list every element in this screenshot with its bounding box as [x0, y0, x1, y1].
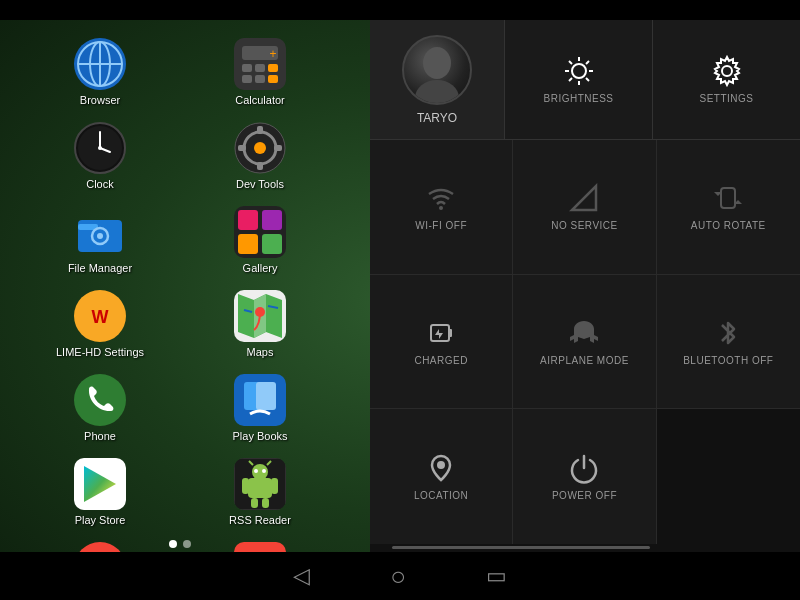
app-maps[interactable]: Maps [180, 282, 340, 366]
svg-point-22 [254, 142, 266, 154]
svg-line-78 [569, 78, 572, 81]
svg-point-57 [254, 469, 258, 473]
signal-icon [568, 182, 600, 214]
limehd-label: LIME-HD Settings [56, 346, 144, 358]
bluetooth-tile[interactable]: BLUETOOTH OFF [657, 275, 800, 410]
profile-cell[interactable]: TARYO [370, 20, 505, 139]
svg-rect-56 [262, 498, 269, 508]
brightness-label: BRIGHTNESS [543, 93, 613, 104]
svg-rect-9 [242, 64, 252, 72]
svg-point-30 [97, 233, 103, 239]
app-limehd[interactable]: W LIME-HD Settings [20, 282, 180, 366]
clock-icon [74, 122, 126, 174]
app-grid: Browser + − Calculator [0, 20, 360, 552]
app-gallery[interactable]: Gallery [180, 198, 340, 282]
autorotate-label: AUTO ROTATE [691, 220, 766, 231]
scroll-area [370, 544, 800, 552]
location-label: LOCATION [414, 490, 468, 501]
browser-icon [74, 38, 126, 90]
svg-point-79 [722, 66, 732, 76]
wifi-tile[interactable]: WI-FI OFF [370, 140, 513, 275]
battery-icon [425, 317, 457, 349]
devtools-icon [234, 122, 286, 174]
settings-tile-top[interactable]: SETTINGS [653, 20, 800, 139]
svg-rect-13 [255, 75, 265, 83]
rssreader-icon [234, 458, 286, 510]
poweroff-tile[interactable]: POWER OFF [513, 409, 656, 544]
charged-tile[interactable]: CHARGED [370, 275, 513, 410]
svg-rect-23 [257, 126, 263, 134]
phone-label: Phone [84, 430, 116, 442]
svg-point-70 [572, 64, 586, 78]
location-tile[interactable]: LOCATION [370, 409, 513, 544]
svg-rect-35 [262, 234, 282, 254]
app-clock[interactable]: Clock [20, 114, 180, 198]
profile-name: TARYO [417, 111, 457, 125]
app-calculator[interactable]: + − Calculator [180, 30, 340, 114]
back-button[interactable]: ◁ [293, 563, 310, 589]
svg-point-44 [74, 374, 126, 426]
rssreader-label: RSS Reader [229, 514, 291, 526]
bluetooth-icon [712, 317, 744, 349]
app-rssreader[interactable]: RSS Reader [180, 450, 340, 534]
gallery-label: Gallery [243, 262, 278, 274]
maps-label: Maps [247, 346, 274, 358]
settings-icon [711, 55, 743, 87]
svg-line-75 [569, 61, 572, 64]
playstore-label: Play Store [75, 514, 126, 526]
autorotate-tile[interactable]: AUTO ROTATE [657, 140, 800, 275]
airplane-tile[interactable]: AIRPLANE MODE [513, 275, 656, 410]
page-dot-1 [169, 540, 177, 548]
calculator-label: Calculator [235, 94, 285, 106]
svg-rect-55 [251, 498, 258, 508]
wifi-label: WI-FI OFF [415, 220, 467, 231]
recents-button[interactable]: ▭ [486, 563, 507, 589]
bluetooth-label: BLUETOOTH OFF [683, 355, 773, 366]
profile-avatar [402, 35, 472, 105]
noservice-tile[interactable]: NO SERVICE [513, 140, 656, 275]
charged-label: CHARGED [414, 355, 468, 366]
settings-label: SETTINGS [699, 93, 753, 104]
svg-rect-14 [268, 75, 278, 83]
filemanager-icon [74, 206, 126, 258]
svg-line-77 [586, 61, 589, 64]
poweroff-label: POWER OFF [552, 490, 617, 501]
svg-rect-84 [449, 329, 452, 337]
brightness-tile-top[interactable]: BRIGHTNESS [505, 20, 653, 139]
app-playstore[interactable]: Play Store [20, 450, 180, 534]
svg-rect-10 [255, 64, 265, 72]
wifi-icon [425, 182, 457, 214]
page-dots [0, 540, 360, 548]
playbooks-icon [234, 374, 286, 426]
svg-text:−: − [270, 48, 276, 59]
svg-rect-82 [721, 188, 735, 208]
playstore-icon [74, 458, 126, 510]
noservice-label: NO SERVICE [551, 220, 618, 231]
location-icon [425, 452, 457, 484]
app-filemanager[interactable]: File Manager [20, 198, 180, 282]
app-browser[interactable]: Browser [20, 30, 180, 114]
svg-rect-54 [271, 478, 278, 494]
app-playbooks[interactable]: Play Books [180, 366, 340, 450]
svg-marker-85 [435, 329, 443, 339]
app-phone[interactable]: Phone [20, 366, 180, 450]
profile-row: TARYO BRIGHTNESS [370, 20, 800, 140]
airplane-icon [568, 317, 600, 349]
svg-rect-26 [274, 145, 282, 151]
svg-rect-32 [238, 210, 258, 230]
playbooks-label: Play Books [232, 430, 287, 442]
brightness-icon [563, 55, 595, 87]
home-button[interactable]: ○ [390, 561, 406, 592]
svg-point-80 [439, 206, 443, 210]
svg-line-76 [586, 78, 589, 81]
bottom-nav-bar: ◁ ○ ▭ [0, 552, 800, 600]
app-devtools[interactable]: Dev Tools [180, 114, 340, 198]
svg-rect-47 [256, 382, 276, 410]
svg-rect-53 [242, 478, 249, 494]
svg-point-69 [415, 80, 459, 103]
svg-point-68 [423, 47, 451, 79]
page-dot-2 [183, 540, 191, 548]
maps-icon [234, 290, 286, 342]
clock-label: Clock [86, 178, 114, 190]
qs-grid: WI-FI OFF NO SERVICE AUTO ROTATE [370, 140, 800, 544]
